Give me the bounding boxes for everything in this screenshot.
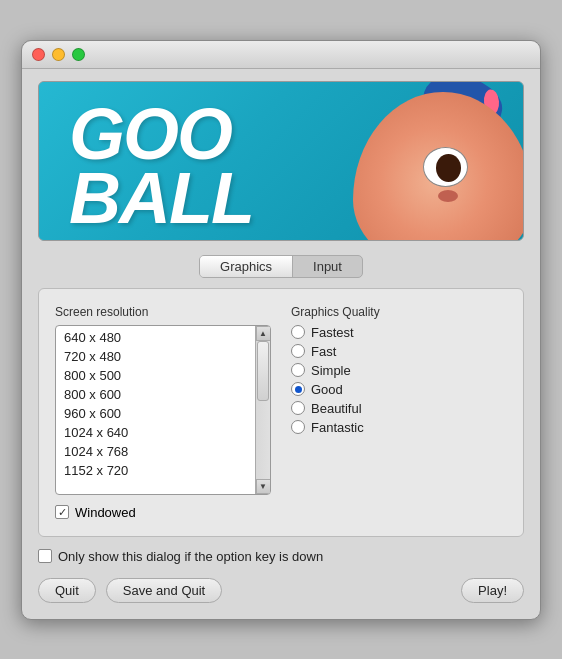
- minimize-button[interactable]: [52, 48, 65, 61]
- list-item[interactable]: 960 x 600: [56, 404, 255, 423]
- quality-fantastic[interactable]: Fantastic: [291, 420, 507, 435]
- main-window: GOOBALL Graphics Input: [21, 40, 541, 620]
- quality-fast-label: Fast: [311, 344, 336, 359]
- list-item[interactable]: 1024 x 768: [56, 442, 255, 461]
- quality-good[interactable]: Good: [291, 382, 507, 397]
- resolution-col: Screen resolution 640 x 480 720 x 480 80…: [55, 305, 271, 520]
- banner: GOOBALL: [38, 81, 524, 241]
- save-quit-button[interactable]: Save and Quit: [106, 578, 222, 603]
- char-nose: [438, 190, 458, 202]
- buttons-row: Quit Save and Quit Play!: [38, 578, 524, 603]
- scroll-track: [256, 341, 270, 479]
- tabs: Graphics Input: [199, 255, 363, 278]
- banner-background: GOOBALL: [39, 82, 523, 240]
- windowed-label: Windowed: [75, 505, 136, 520]
- title-bar: [22, 41, 540, 69]
- quality-beautiful[interactable]: Beautiful: [291, 401, 507, 416]
- resolution-list-container: 640 x 480 720 x 480 800 x 500 800 x 600 …: [55, 325, 271, 495]
- quality-beautiful-label: Beautiful: [311, 401, 362, 416]
- option-key-checkbox[interactable]: [38, 549, 52, 563]
- radio-fastest[interactable]: [291, 325, 305, 339]
- quality-fastest[interactable]: Fastest: [291, 325, 507, 340]
- scrollbar: ▲ ▼: [255, 326, 270, 494]
- tab-input[interactable]: Input: [293, 256, 362, 277]
- resolution-list: 640 x 480 720 x 480 800 x 500 800 x 600 …: [56, 326, 255, 494]
- close-button[interactable]: [32, 48, 45, 61]
- quality-radio-group: Fastest Fast Simple Good: [291, 325, 507, 435]
- radio-fast[interactable]: [291, 344, 305, 358]
- quality-fast[interactable]: Fast: [291, 344, 507, 359]
- radio-fantastic[interactable]: [291, 420, 305, 434]
- quit-button[interactable]: Quit: [38, 578, 96, 603]
- quality-good-label: Good: [311, 382, 343, 397]
- scroll-up-button[interactable]: ▲: [256, 326, 271, 341]
- play-button[interactable]: Play!: [461, 578, 524, 603]
- list-item[interactable]: 720 x 480: [56, 347, 255, 366]
- quality-fantastic-label: Fantastic: [311, 420, 364, 435]
- window-content: GOOBALL Graphics Input: [22, 69, 540, 619]
- scroll-down-button[interactable]: ▼: [256, 479, 271, 494]
- option-key-row: Only show this dialog if the option key …: [38, 549, 524, 564]
- list-item[interactable]: 1152 x 720: [56, 461, 255, 480]
- settings-row: Screen resolution 640 x 480 720 x 480 80…: [55, 305, 507, 520]
- resolution-label: Screen resolution: [55, 305, 271, 319]
- radio-good[interactable]: [291, 382, 305, 396]
- tabs-container: Graphics Input: [38, 255, 524, 278]
- quality-simple[interactable]: Simple: [291, 363, 507, 378]
- list-item[interactable]: 1024 x 640: [56, 423, 255, 442]
- char-head: [353, 92, 523, 241]
- scroll-thumb[interactable]: [257, 341, 269, 401]
- game-title: GOOBALL: [69, 102, 253, 232]
- radio-beautiful[interactable]: [291, 401, 305, 415]
- radio-simple[interactable]: [291, 363, 305, 377]
- list-item[interactable]: 800 x 600: [56, 385, 255, 404]
- option-key-label: Only show this dialog if the option key …: [58, 549, 323, 564]
- list-item[interactable]: 640 x 480: [56, 328, 255, 347]
- character-art: [323, 82, 523, 241]
- tab-graphics[interactable]: Graphics: [200, 256, 293, 277]
- quality-fastest-label: Fastest: [311, 325, 354, 340]
- quality-simple-label: Simple: [311, 363, 351, 378]
- windowed-checkbox[interactable]: ✓: [55, 505, 69, 519]
- quality-col: Graphics Quality Fastest Fast Simple: [291, 305, 507, 520]
- char-pupil: [436, 154, 461, 182]
- settings-panel: Screen resolution 640 x 480 720 x 480 80…: [38, 288, 524, 537]
- quality-label: Graphics Quality: [291, 305, 507, 319]
- windowed-row: ✓ Windowed: [55, 505, 271, 520]
- list-item[interactable]: 800 x 500: [56, 366, 255, 385]
- maximize-button[interactable]: [72, 48, 85, 61]
